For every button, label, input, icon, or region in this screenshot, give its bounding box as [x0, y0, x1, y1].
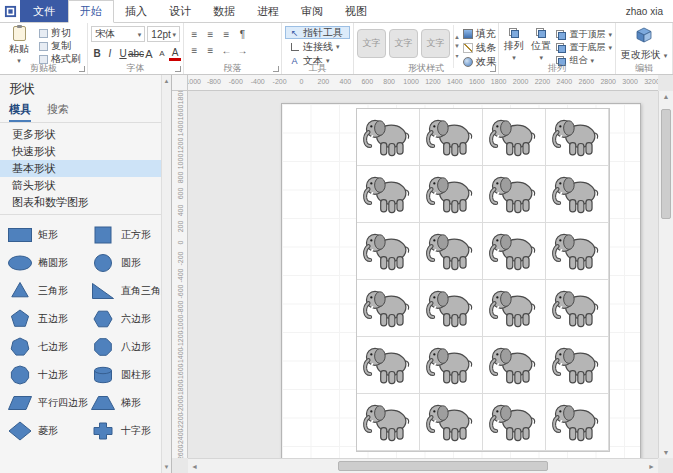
ribbon-tab[interactable]: 进程	[246, 0, 290, 22]
drawing-page[interactable]	[281, 103, 641, 458]
elephant-shape[interactable]	[357, 394, 420, 451]
shape-master[interactable]: 六边形	[90, 308, 171, 330]
elephant-shape[interactable]	[420, 223, 483, 280]
shape-master[interactable]: 十字形	[90, 420, 171, 442]
shape-master[interactable]: 正方形	[90, 224, 171, 246]
vertical-scrollbar[interactable]: ▲ ▼	[658, 91, 673, 458]
shape-master[interactable]: 直角三角形	[90, 280, 171, 302]
elephant-shape[interactable]	[546, 280, 609, 337]
paragraph-button[interactable]: ≡	[203, 27, 218, 41]
paragraph-button[interactable]: ≡	[187, 27, 202, 41]
elephant-shape[interactable]	[357, 223, 420, 280]
paste-button[interactable]: 粘贴 ▾	[3, 25, 35, 64]
shape-master[interactable]: 五边形	[7, 308, 88, 330]
dialog-launcher-icon[interactable]	[79, 66, 85, 72]
panel-tab[interactable]: 搜索	[47, 100, 69, 122]
stencil-item[interactable]: 更多形状	[0, 126, 171, 143]
scroll-down-icon[interactable]: ▼	[164, 464, 170, 470]
ribbon-tab[interactable]: 开始	[68, 0, 114, 23]
position-button[interactable]: 位置▾	[529, 25, 553, 64]
shape-master[interactable]: 圆柱形	[90, 364, 171, 386]
font-style-button[interactable]: A	[143, 46, 155, 61]
elephant-shape[interactable]	[483, 109, 546, 166]
clipboard-button[interactable]: 剪切	[38, 27, 82, 39]
style-preview[interactable]: 文字	[389, 29, 418, 58]
shape-master[interactable]: 十边形	[7, 364, 88, 386]
scroll-up-icon[interactable]: ▲	[454, 34, 460, 40]
elephant-shape[interactable]	[483, 337, 546, 394]
shape-master[interactable]: 菱形	[7, 420, 88, 442]
gallery-scrollbar[interactable]: ▲▼▾	[453, 25, 460, 68]
gallery-more-icon[interactable]: ▾	[455, 52, 458, 59]
elephant-shape[interactable]	[420, 394, 483, 451]
font-style-button[interactable]: B	[91, 46, 103, 61]
paragraph-button[interactable]: ≡	[219, 27, 234, 41]
scroll-up-icon[interactable]: ▲	[164, 78, 170, 84]
tab-file[interactable]: 文件	[20, 0, 68, 22]
font-style-button[interactable]: abc	[130, 46, 142, 61]
shape-master[interactable]: 平行四边形	[7, 392, 88, 414]
arrange-button[interactable]: 排列▾	[502, 25, 526, 64]
font-style-button[interactable]: A	[169, 46, 181, 61]
elephant-shape[interactable]	[546, 166, 609, 223]
elephant-shape[interactable]	[420, 280, 483, 337]
style-preview[interactable]: 文字	[421, 29, 450, 58]
horizontal-scrollbar[interactable]: ◄ ►	[188, 458, 658, 473]
shape-master[interactable]: 三角形	[7, 280, 88, 302]
stencil-item[interactable]: 基本形状	[0, 160, 171, 177]
elephant-shape[interactable]	[357, 337, 420, 394]
elephant-shape[interactable]	[483, 280, 546, 337]
elephant-shape[interactable]	[483, 166, 546, 223]
line-button[interactable]: 线条▾	[463, 42, 499, 54]
ribbon-tab[interactable]: 审阅	[290, 0, 334, 22]
scroll-right-icon[interactable]: ►	[648, 463, 655, 470]
scrollbar-thumb[interactable]	[338, 461, 548, 471]
stencil-item[interactable]: 箭头形状	[0, 177, 171, 194]
paragraph-button[interactable]: ¶	[235, 27, 250, 41]
dialog-launcher-icon[interactable]	[490, 66, 496, 72]
paragraph-button[interactable]: ≡	[187, 43, 202, 57]
shape-master[interactable]: 梯形	[90, 392, 171, 414]
scroll-down-icon[interactable]: ▼	[454, 43, 460, 49]
scroll-down-icon[interactable]: ▼	[663, 449, 670, 456]
ribbon-tab[interactable]: 数据	[202, 0, 246, 22]
paragraph-button[interactable]: ≡	[203, 43, 218, 57]
connector-tool-button[interactable]: 连接线▾	[285, 40, 350, 53]
scrollbar-thumb[interactable]	[661, 109, 671, 219]
elephant-shape[interactable]	[420, 166, 483, 223]
elephant-shape[interactable]	[546, 337, 609, 394]
ribbon-tab[interactable]: 视图	[334, 0, 378, 22]
elephant-shape[interactable]	[420, 109, 483, 166]
pointer-tool-button[interactable]: ↖指针工具	[285, 26, 350, 39]
style-preview[interactable]: 文字	[357, 29, 386, 58]
fill-button[interactable]: 填充▾	[463, 28, 499, 40]
dialog-launcher-icon[interactable]	[175, 66, 181, 72]
shape-master[interactable]: 八边形	[90, 336, 171, 358]
font-size-select[interactable]: 12pt▾	[147, 26, 180, 42]
scroll-left-icon[interactable]: ◄	[191, 463, 198, 470]
panel-scrollbar[interactable]: ▲▼	[161, 75, 171, 473]
panel-tab[interactable]: 模具	[9, 100, 31, 122]
shape-master[interactable]: 椭圆形	[7, 252, 88, 274]
user-name[interactable]: zhao xia	[616, 0, 673, 22]
elephant-shape[interactable]	[357, 280, 420, 337]
font-family-select[interactable]: 宋体▾	[91, 26, 145, 42]
font-style-button[interactable]: A	[156, 46, 168, 61]
elephant-shape[interactable]	[357, 109, 420, 166]
stencil-item[interactable]: 图表和数学图形	[0, 194, 171, 211]
elephant-shape[interactable]	[357, 166, 420, 223]
dialog-launcher-icon[interactable]	[273, 66, 279, 72]
elephant-shape[interactable]	[546, 394, 609, 451]
elephant-shape[interactable]	[483, 223, 546, 280]
change-shape-button[interactable]: 更改形状▾	[621, 49, 668, 61]
drawing-viewport[interactable]	[188, 91, 658, 458]
elephant-shape[interactable]	[546, 223, 609, 280]
elephant-shape[interactable]	[546, 109, 609, 166]
app-icon[interactable]	[0, 0, 20, 22]
ribbon-tab[interactable]: 插入	[114, 0, 158, 22]
font-style-button[interactable]: I	[104, 46, 116, 61]
paragraph-button[interactable]: →	[235, 43, 250, 57]
shape-master[interactable]: 圆形	[90, 252, 171, 274]
ribbon-tab[interactable]: 设计	[158, 0, 202, 22]
shape-master[interactable]: 矩形	[7, 224, 88, 246]
